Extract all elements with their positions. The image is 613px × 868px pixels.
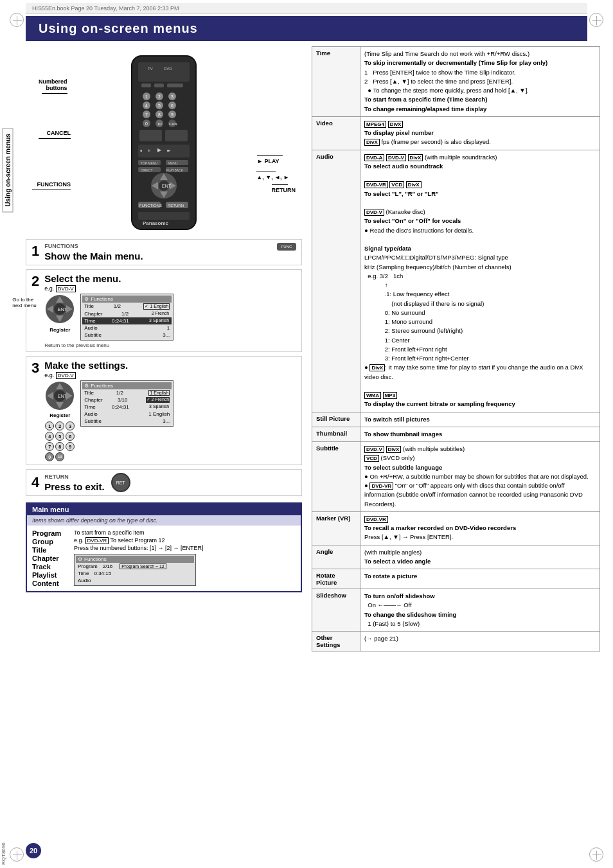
step-1-number: 1 <box>31 243 39 260</box>
main-menu-desc3: Press the numbered buttons: [1] → [2] → … <box>74 545 296 551</box>
step-4-title: Press to exit. <box>44 481 104 492</box>
content-marker-vr: DVD-VR To recall a marker recorded on DV… <box>360 511 600 545</box>
svg-rect-4 <box>141 84 151 87</box>
main-menu-desc2: e.g. DVD-VR To select Program 12 <box>74 537 296 544</box>
step-1-title: Show the Main menu. <box>44 251 277 261</box>
step3-screen-header: ⚙Functions <box>82 382 172 389</box>
step2-row-audio: Audio1 <box>82 324 172 332</box>
row-thumbnail: Thumbnail To show thumbnail images <box>312 427 600 441</box>
label-slideshow: Slideshow <box>312 589 360 632</box>
step2-register: Register <box>49 327 70 333</box>
step2-row-title: Title1/2✓ 1 English <box>82 303 172 310</box>
svg-text:■: ■ <box>140 148 142 152</box>
svg-text:1: 1 <box>145 94 148 99</box>
svg-rect-32 <box>165 130 188 141</box>
content-audio: DVD-A DVD-V DivX (with multiple soundtra… <box>360 150 600 412</box>
svg-text:Panasonic: Panasonic <box>143 220 169 226</box>
content-rotate-picture: To rotate a picture <box>360 569 600 589</box>
svg-text:TV: TV <box>148 67 153 71</box>
svg-text:⏸: ⏸ <box>148 148 151 152</box>
content-subtitle: DVD-V DivX (with multiple subtitles) VCD… <box>360 442 600 512</box>
step-4: 4 RETURN Press to exit. RET <box>26 469 302 496</box>
return-label: RETURN <box>272 184 296 193</box>
corner-mark-tl <box>10 13 24 27</box>
svg-rect-1 <box>138 62 190 82</box>
cancel-label: CANCEL <box>39 130 71 139</box>
step2-go-next: Go to thenext menu <box>12 297 36 308</box>
main-menu-desc1: To start from a specific item <box>74 529 296 536</box>
row-subtitle: Subtitle DVD-V DivX (with multiple subti… <box>312 442 600 512</box>
label-video: Video <box>312 116 360 150</box>
svg-text:FUNCTIONS: FUNCTIONS <box>139 204 162 208</box>
content-still-picture: To switch still pictures <box>360 412 600 427</box>
return-button[interactable]: RET <box>111 473 130 492</box>
main-menu-screen: ⚙Functions Program2/16Program Search ÷ 1… <box>74 554 196 586</box>
svg-text:9: 9 <box>171 112 173 117</box>
corner-mark-bl <box>10 847 24 862</box>
svg-text:7: 7 <box>145 112 148 117</box>
step3-row-title: Title1/21 English <box>82 389 172 396</box>
content-other-settings: (→ page 21) <box>360 632 600 651</box>
svg-text:2: 2 <box>158 94 161 99</box>
arrows-label: ▲, ▼, ◄, ► <box>256 172 289 181</box>
step3-row-audio: Audio1 English <box>82 411 172 418</box>
svg-text:5: 5 <box>158 103 161 108</box>
step-4-label: RETURN <box>44 474 104 480</box>
menu-item-title: Title <box>32 546 67 554</box>
label-still-picture: Still Picture <box>312 412 360 427</box>
main-menu-items-list: Program Group Title Chapter Track Playli… <box>32 529 67 587</box>
step2-row-time: Time0:24:313 Spanish <box>82 317 172 324</box>
content-thumbnail: To show thumbnail images <box>360 427 600 441</box>
menu-item-playlist: Playlist <box>32 571 67 579</box>
main-menu-subtitle: Items shown differ depending on the type… <box>27 515 301 526</box>
rqt-code: RQT8696 <box>1 842 6 865</box>
step2-screen-header: ⚙Functions <box>82 296 172 303</box>
header-text: HIS55En.book Page 20 Tuesday, March 7, 2… <box>32 5 179 12</box>
svg-text:RETURN: RETURN <box>168 204 184 208</box>
svg-text:ENT: ENT <box>58 307 67 312</box>
svg-text:ENT: ENT <box>162 184 172 188</box>
svg-text:▶: ▶ <box>157 147 162 153</box>
svg-rect-6 <box>167 84 183 87</box>
functions-label: FUNCTIONS <box>32 181 71 190</box>
svg-text:DVD: DVD <box>164 67 172 71</box>
page-title: Using on-screen menus <box>26 16 587 41</box>
step-3-number: 3 <box>31 360 39 376</box>
svg-rect-5 <box>154 84 164 87</box>
label-subtitle: Subtitle <box>312 442 360 512</box>
svg-text:6: 6 <box>171 103 173 108</box>
step2-row-subtitle: Subtitle3... <box>82 332 172 339</box>
content-angle: (with multiple angles) To select a video… <box>360 545 600 569</box>
svg-text:⏭: ⏭ <box>167 148 170 152</box>
play-label: ► PLAY <box>257 155 283 164</box>
numbered-buttons-label: Numberedbuttons <box>39 78 67 94</box>
svg-rect-31 <box>139 130 162 141</box>
svg-text:4: 4 <box>145 103 148 108</box>
svg-text:MENU: MENU <box>168 161 178 165</box>
svg-text:3: 3 <box>171 94 173 99</box>
row-slideshow: Slideshow To turn on/off slideshow On ←—… <box>312 589 600 632</box>
sidebar-label: Using on-screen menus <box>3 128 13 212</box>
step2-return-note: Return to the previous menu <box>44 342 296 348</box>
svg-rect-57 <box>138 212 190 220</box>
svg-text:TOP MENU: TOP MENU <box>141 161 158 165</box>
row-time: Time (Time Slip and Time Search do not w… <box>312 47 600 117</box>
label-rotate-picture: RotatePicture <box>312 569 360 589</box>
menu-item-content: Content <box>32 580 67 587</box>
row-still-picture: Still Picture To switch still pictures <box>312 412 600 427</box>
svg-text:10: 10 <box>157 122 162 126</box>
menu-item-group: Group <box>32 538 67 545</box>
row-angle: Angle (with multiple angles) To select a… <box>312 545 600 569</box>
svg-rect-33 <box>138 145 190 157</box>
main-menu-desc: To start from a specific item e.g. DVD-V… <box>74 529 296 587</box>
main-menu-title: Main menu <box>27 504 301 515</box>
content-video: MPEG4 DivX To display pixel number DivX … <box>360 116 600 150</box>
label-angle: Angle <box>312 545 360 569</box>
header-bar: HIS55En.book Page 20 Tuesday, March 7, 2… <box>26 3 587 14</box>
step-1-functions: FUNCTIONS <box>44 243 277 249</box>
svg-text:0: 0 <box>145 121 148 126</box>
label-audio: Audio <box>312 150 360 412</box>
corner-mark-tr <box>589 13 603 27</box>
label-marker-vr: Marker (VR) <box>312 511 360 545</box>
svg-text:CAN: CAN <box>169 122 177 126</box>
